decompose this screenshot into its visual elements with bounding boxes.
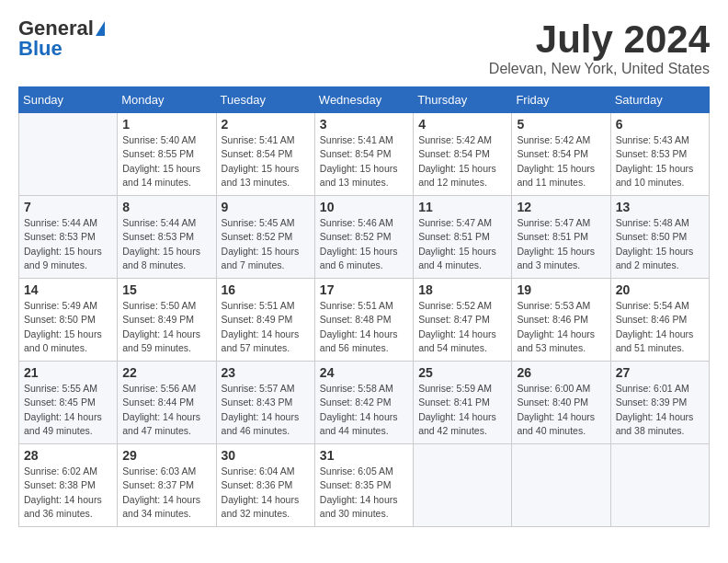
day-info: Sunrise: 6:05 AMSunset: 8:35 PMDaylight:…: [320, 465, 408, 521]
calendar-day-cell: 20Sunrise: 5:54 AMSunset: 8:46 PMDayligh…: [610, 279, 709, 362]
calendar-day-cell: 10Sunrise: 5:46 AMSunset: 8:52 PMDayligh…: [314, 196, 413, 279]
day-number: 7: [24, 200, 112, 214]
day-number: 11: [418, 200, 506, 214]
calendar-day-cell: 15Sunrise: 5:50 AMSunset: 8:49 PMDayligh…: [118, 279, 216, 362]
calendar-day-cell: 5Sunrise: 5:42 AMSunset: 8:54 PMDaylight…: [512, 113, 610, 196]
calendar-header-cell: Friday: [512, 87, 610, 113]
day-number: 13: [616, 200, 704, 214]
calendar-day-cell: 16Sunrise: 5:51 AMSunset: 8:49 PMDayligh…: [216, 279, 314, 362]
calendar-day-cell: 27Sunrise: 6:01 AMSunset: 8:39 PMDayligh…: [610, 362, 709, 444]
day-info: Sunrise: 5:43 AMSunset: 8:53 PMDaylight:…: [616, 133, 704, 190]
calendar-week-row: 1Sunrise: 5:40 AMSunset: 8:55 PMDaylight…: [19, 113, 710, 196]
logo-blue-text: Blue: [18, 39, 63, 59]
calendar-day-cell: 4Sunrise: 5:42 AMSunset: 8:54 PMDaylight…: [414, 113, 512, 196]
calendar-day-cell: 13Sunrise: 5:48 AMSunset: 8:50 PMDayligh…: [610, 196, 709, 279]
day-number: 30: [222, 448, 310, 463]
day-number: 17: [320, 282, 408, 297]
day-info: Sunrise: 5:41 AMSunset: 8:54 PMDaylight:…: [222, 133, 310, 190]
calendar-table: SundayMondayTuesdayWednesdayThursdayFrid…: [18, 86, 710, 527]
day-info: Sunrise: 5:57 AMSunset: 8:43 PMDaylight:…: [222, 382, 310, 438]
calendar-day-cell: [610, 444, 709, 527]
day-info: Sunrise: 6:01 AMSunset: 8:39 PMDaylight:…: [616, 382, 704, 438]
day-info: Sunrise: 6:00 AMSunset: 8:40 PMDaylight:…: [517, 382, 605, 438]
calendar-day-cell: 28Sunrise: 6:02 AMSunset: 8:38 PMDayligh…: [19, 444, 118, 527]
day-number: 5: [517, 117, 605, 132]
day-info: Sunrise: 5:50 AMSunset: 8:49 PMDaylight:…: [122, 299, 210, 355]
month-title: July 2024: [489, 18, 710, 61]
calendar-day-cell: 29Sunrise: 6:03 AMSunset: 8:37 PMDayligh…: [118, 444, 216, 527]
calendar-week-row: 7Sunrise: 5:44 AMSunset: 8:53 PMDaylight…: [19, 196, 710, 279]
calendar-day-cell: 14Sunrise: 5:49 AMSunset: 8:50 PMDayligh…: [19, 279, 118, 362]
day-number: 26: [517, 365, 605, 380]
day-number: 9: [222, 200, 310, 214]
calendar-day-cell: 18Sunrise: 5:52 AMSunset: 8:47 PMDayligh…: [414, 279, 512, 362]
calendar-day-cell: 7Sunrise: 5:44 AMSunset: 8:53 PMDaylight…: [19, 196, 118, 279]
day-number: 1: [122, 117, 210, 132]
calendar-day-cell: [512, 444, 610, 527]
day-number: 16: [222, 282, 310, 297]
calendar-header-cell: Thursday: [414, 87, 512, 113]
title-section: July 2024 Delevan, New York, United Stat…: [489, 18, 710, 77]
day-number: 4: [418, 117, 506, 132]
day-info: Sunrise: 5:47 AMSunset: 8:51 PMDaylight:…: [418, 216, 506, 272]
day-info: Sunrise: 5:55 AMSunset: 8:45 PMDaylight:…: [24, 382, 112, 438]
day-number: 31: [320, 448, 408, 463]
calendar-day-cell: 21Sunrise: 5:55 AMSunset: 8:45 PMDayligh…: [19, 362, 118, 444]
calendar-header-cell: Wednesday: [314, 87, 413, 113]
day-number: 21: [24, 365, 112, 380]
day-info: Sunrise: 5:58 AMSunset: 8:42 PMDaylight:…: [320, 382, 408, 438]
calendar-day-cell: 9Sunrise: 5:45 AMSunset: 8:52 PMDaylight…: [216, 196, 314, 279]
day-number: 24: [320, 365, 408, 380]
day-number: 23: [222, 365, 310, 380]
day-info: Sunrise: 5:44 AMSunset: 8:53 PMDaylight:…: [122, 216, 210, 272]
calendar-day-cell: 30Sunrise: 6:04 AMSunset: 8:36 PMDayligh…: [216, 444, 314, 527]
day-info: Sunrise: 5:42 AMSunset: 8:54 PMDaylight:…: [418, 133, 506, 190]
calendar-week-row: 28Sunrise: 6:02 AMSunset: 8:38 PMDayligh…: [19, 444, 710, 527]
logo-general-text: General: [18, 18, 94, 39]
day-number: 19: [517, 282, 605, 297]
day-info: Sunrise: 5:54 AMSunset: 8:46 PMDaylight:…: [616, 299, 704, 355]
day-number: 25: [418, 365, 506, 380]
day-number: 6: [616, 117, 704, 132]
calendar-day-cell: 24Sunrise: 5:58 AMSunset: 8:42 PMDayligh…: [314, 362, 413, 444]
day-info: Sunrise: 5:56 AMSunset: 8:44 PMDaylight:…: [122, 382, 210, 438]
day-number: 28: [24, 448, 112, 463]
calendar-day-cell: 17Sunrise: 5:51 AMSunset: 8:48 PMDayligh…: [314, 279, 413, 362]
header: General Blue July 2024 Delevan, New York…: [18, 18, 710, 77]
day-info: Sunrise: 5:42 AMSunset: 8:54 PMDaylight:…: [517, 133, 605, 190]
day-number: 3: [320, 117, 408, 132]
day-info: Sunrise: 5:51 AMSunset: 8:49 PMDaylight:…: [222, 299, 310, 355]
day-info: Sunrise: 6:02 AMSunset: 8:38 PMDaylight:…: [24, 465, 112, 521]
calendar-day-cell: 1Sunrise: 5:40 AMSunset: 8:55 PMDaylight…: [118, 113, 216, 196]
calendar-day-cell: 2Sunrise: 5:41 AMSunset: 8:54 PMDaylight…: [216, 113, 314, 196]
day-info: Sunrise: 5:51 AMSunset: 8:48 PMDaylight:…: [320, 299, 408, 355]
logo-triangle-icon: [96, 21, 105, 36]
calendar-day-cell: 12Sunrise: 5:47 AMSunset: 8:51 PMDayligh…: [512, 196, 610, 279]
calendar-day-cell: 19Sunrise: 5:53 AMSunset: 8:46 PMDayligh…: [512, 279, 610, 362]
day-info: Sunrise: 5:41 AMSunset: 8:54 PMDaylight:…: [320, 133, 408, 190]
calendar-day-cell: 25Sunrise: 5:59 AMSunset: 8:41 PMDayligh…: [414, 362, 512, 444]
day-number: 29: [122, 448, 210, 463]
day-number: 22: [122, 365, 210, 380]
location-title: Delevan, New York, United States: [489, 61, 710, 77]
day-info: Sunrise: 5:40 AMSunset: 8:55 PMDaylight:…: [122, 133, 210, 190]
day-info: Sunrise: 6:03 AMSunset: 8:37 PMDaylight:…: [122, 465, 210, 521]
day-number: 18: [418, 282, 506, 297]
calendar-header-cell: Saturday: [610, 87, 709, 113]
day-info: Sunrise: 5:46 AMSunset: 8:52 PMDaylight:…: [320, 216, 408, 272]
calendar-day-cell: 26Sunrise: 6:00 AMSunset: 8:40 PMDayligh…: [512, 362, 610, 444]
day-info: Sunrise: 5:45 AMSunset: 8:52 PMDaylight:…: [222, 216, 310, 272]
day-info: Sunrise: 5:59 AMSunset: 8:41 PMDaylight:…: [418, 382, 506, 438]
day-number: 12: [517, 200, 605, 214]
day-number: 8: [122, 200, 210, 214]
calendar-header-cell: Sunday: [19, 87, 118, 113]
day-info: Sunrise: 6:04 AMSunset: 8:36 PMDaylight:…: [222, 465, 310, 521]
day-number: 20: [616, 282, 704, 297]
calendar-body: 1Sunrise: 5:40 AMSunset: 8:55 PMDaylight…: [19, 113, 710, 527]
calendar-day-cell: 6Sunrise: 5:43 AMSunset: 8:53 PMDaylight…: [610, 113, 709, 196]
day-info: Sunrise: 5:47 AMSunset: 8:51 PMDaylight:…: [517, 216, 605, 272]
day-number: 2: [222, 117, 310, 132]
calendar-day-cell: 23Sunrise: 5:57 AMSunset: 8:43 PMDayligh…: [216, 362, 314, 444]
day-info: Sunrise: 5:53 AMSunset: 8:46 PMDaylight:…: [517, 299, 605, 355]
logo: General Blue: [18, 18, 105, 59]
